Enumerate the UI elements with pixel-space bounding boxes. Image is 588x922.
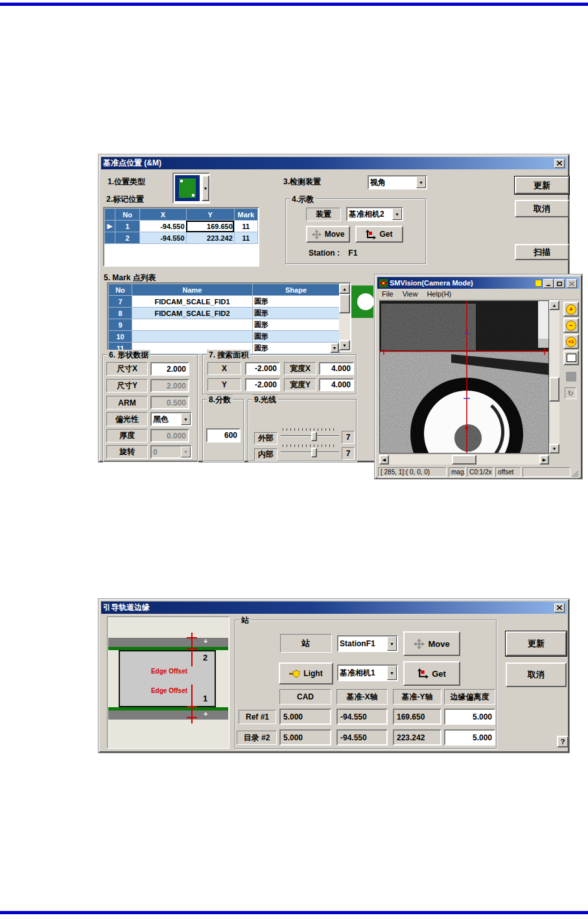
polarity-label: 偏光性 bbox=[106, 412, 148, 426]
ref1-edge-input[interactable]: 5.000 bbox=[444, 709, 495, 725]
camera-hscrollbar[interactable]: ◀ ▶ bbox=[379, 455, 549, 465]
scroll-down-icon[interactable]: ▼ bbox=[339, 340, 350, 350]
menu-help[interactable]: Help(H) bbox=[422, 289, 456, 298]
slider-thumb[interactable] bbox=[311, 448, 317, 457]
menu-file[interactable]: File bbox=[377, 289, 398, 298]
arm-input: 0.500 bbox=[150, 396, 189, 409]
close-icon[interactable] bbox=[554, 603, 565, 613]
zoom-in-icon[interactable]: + bbox=[563, 302, 579, 317]
station-field-label: 站 bbox=[280, 634, 332, 653]
polarity-value: 黑色 bbox=[153, 414, 169, 425]
device-label: 装置 bbox=[306, 208, 341, 221]
detect-device-label: 3.检测装置 bbox=[283, 176, 321, 188]
update-button[interactable]: 更新 bbox=[515, 176, 569, 194]
position-type-dropdown[interactable]: ▼ bbox=[172, 173, 210, 204]
scroll-up-icon[interactable]: ▲ bbox=[339, 284, 350, 294]
list-item[interactable]: 8FIDCAM_SCALE_FID2圆形 bbox=[109, 308, 340, 319]
polarity-select[interactable]: 黑色 ▼ bbox=[150, 412, 192, 426]
smvision-titlebar[interactable]: SMVision(Camera Mode) bbox=[377, 277, 580, 289]
table-row[interactable]: ▶ 1 -94.550 169.650 11 bbox=[105, 221, 258, 232]
refresh-icon[interactable]: ↻ bbox=[565, 387, 576, 399]
scroll-down-icon[interactable]: ▼ bbox=[549, 444, 559, 454]
move-button[interactable]: Move bbox=[403, 631, 460, 656]
width-x-input[interactable]: 4.000 bbox=[319, 362, 354, 375]
station-select[interactable]: StationF1 ▼ bbox=[337, 635, 398, 652]
camera-vscrollbar[interactable]: ▲ ▼ bbox=[549, 300, 559, 454]
rail-edge-dialog: 引导轨道边缘 + 2 Edge Offset Edge Offset 1 + bbox=[99, 599, 569, 753]
scroll-left-icon[interactable]: ◀ bbox=[379, 455, 389, 465]
scroll-right-icon[interactable]: ▶ bbox=[539, 455, 549, 465]
list-item[interactable]: 9圆形 bbox=[109, 319, 340, 331]
chevron-down-icon[interactable]: ▼ bbox=[181, 413, 191, 425]
scroll-up-icon[interactable]: ▲ bbox=[549, 300, 559, 310]
camera-image[interactable] bbox=[379, 300, 549, 454]
scrollbar-thumb[interactable] bbox=[452, 455, 476, 465]
get-button[interactable]: Get bbox=[355, 226, 403, 243]
station-label: Station : F1 bbox=[309, 249, 357, 258]
score-label: 8.分数 bbox=[207, 394, 233, 406]
edge-number-bottom: 1 bbox=[203, 694, 207, 703]
chevron-down-icon[interactable]: ▼ bbox=[387, 666, 397, 680]
help-button[interactable]: ? bbox=[557, 736, 569, 747]
minimize-icon[interactable] bbox=[543, 279, 554, 288]
outer-light-slider[interactable] bbox=[281, 428, 339, 444]
list-item[interactable]: 7FIDCAM_SCALE_FID1圆形 bbox=[109, 296, 340, 308]
col-name: Name bbox=[132, 284, 253, 296]
col-edge-offset: 边缘偏离度 bbox=[444, 689, 495, 705]
white-square-icon[interactable] bbox=[563, 350, 579, 365]
chevron-down-icon[interactable]: ▼ bbox=[387, 637, 397, 651]
zoom-out-icon[interactable]: − bbox=[563, 318, 579, 333]
dialog2-titlebar[interactable]: 引导轨道边缘 bbox=[101, 601, 567, 614]
chevron-down-icon[interactable]: ▼ bbox=[392, 208, 402, 220]
update-button[interactable]: 更新 bbox=[506, 631, 567, 656]
detect-device-select[interactable]: 视角 ▼ bbox=[368, 175, 427, 189]
search-x-input[interactable]: -2.000 bbox=[245, 362, 280, 375]
mark-position-table[interactable]: No X Y Mark ▶ 1 -94.550 169.650 11 2 -94… bbox=[103, 207, 259, 267]
list-item[interactable]: 10圆形 bbox=[109, 331, 340, 343]
get-button[interactable]: Get bbox=[403, 661, 460, 686]
inner-light-slider[interactable] bbox=[281, 444, 339, 461]
score-input[interactable]: 600 bbox=[206, 428, 241, 443]
page-top-rule bbox=[0, 3, 588, 6]
size-y-input: 2.000 bbox=[150, 379, 189, 393]
ontop-toggle-icon[interactable] bbox=[535, 280, 542, 287]
mark-list-table[interactable]: No Name Shape 7FIDCAM_SCALE_FID1圆形 8FIDC… bbox=[107, 282, 351, 352]
scrollbar-thumb[interactable] bbox=[339, 294, 350, 313]
chevron-down-icon[interactable]: ▼ bbox=[330, 343, 339, 353]
gray-square-icon[interactable] bbox=[563, 369, 579, 384]
search-area-label: 7. 搜索面积 bbox=[207, 350, 250, 361]
close-icon[interactable] bbox=[567, 279, 577, 288]
mark-list-scrollbar[interactable]: ▲ ▼ bbox=[339, 284, 350, 350]
zoom-reset-icon[interactable]: ×1 bbox=[563, 334, 579, 349]
dialog2-title: 引导轨道边缘 bbox=[103, 602, 150, 613]
scan-button[interactable]: 扫描 bbox=[515, 244, 569, 260]
dialog1-titlebar[interactable]: 基准点位置 (&M) bbox=[101, 157, 567, 169]
search-y-input[interactable]: -2.000 bbox=[245, 378, 280, 391]
menu-view[interactable]: View bbox=[398, 289, 423, 298]
camera-select[interactable]: 基准相机1 ▼ bbox=[337, 664, 398, 681]
col-cad: CAD bbox=[279, 689, 331, 705]
col-no: No bbox=[115, 209, 140, 221]
move-button[interactable]: Move bbox=[306, 226, 350, 243]
inner-light-label: 内部 bbox=[254, 448, 277, 461]
slider-thumb[interactable] bbox=[311, 431, 317, 441]
resize-grip-icon[interactable] bbox=[571, 470, 579, 478]
camera-toolbar: + − ×1 ↻ bbox=[562, 300, 581, 454]
cancel-button[interactable]: 取消 bbox=[515, 200, 569, 217]
col-no: No bbox=[109, 284, 132, 296]
dialog1-title: 基准点位置 (&M) bbox=[103, 158, 161, 169]
table-row[interactable]: 2 -94.550 223.242 11 bbox=[105, 232, 258, 244]
light-button[interactable]: Light bbox=[279, 662, 333, 685]
scrollbar-thumb[interactable] bbox=[549, 377, 559, 402]
chevron-down-icon[interactable]: ▼ bbox=[202, 175, 209, 201]
chevron-down-icon[interactable]: ▼ bbox=[416, 176, 426, 188]
size-x-input[interactable]: 2.000 bbox=[150, 362, 189, 376]
cancel-button[interactable]: 取消 bbox=[506, 662, 567, 687]
device-select[interactable]: 基准相机2 ▼ bbox=[346, 207, 403, 221]
maximize-icon[interactable] bbox=[554, 279, 565, 288]
ref2-edge-input[interactable]: 5.000 bbox=[444, 729, 495, 746]
status-zoom: C0:1/2x bbox=[467, 467, 494, 477]
width-y-input[interactable]: 4.000 bbox=[319, 378, 354, 391]
close-icon[interactable] bbox=[554, 159, 565, 168]
selector-header bbox=[105, 209, 115, 221]
